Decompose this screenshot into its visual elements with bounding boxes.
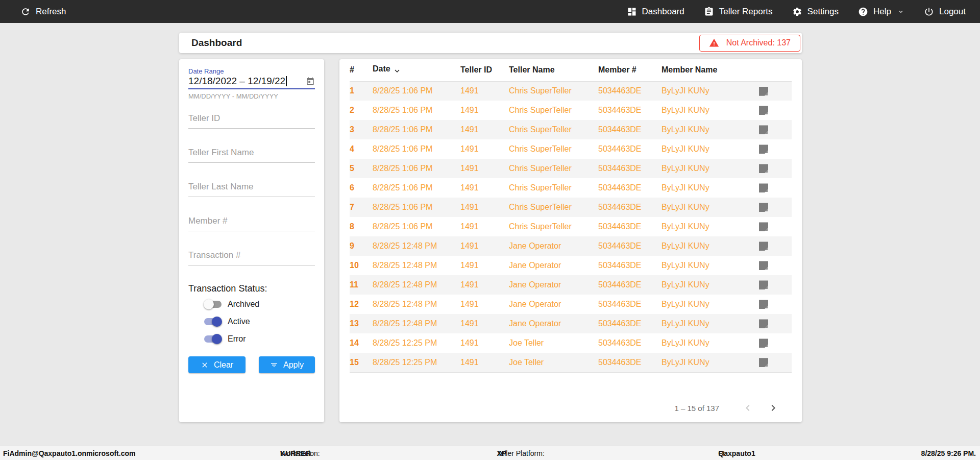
nav-settings[interactable]: Settings	[792, 7, 839, 17]
apply-button[interactable]: Apply	[259, 356, 315, 373]
cell-member-num: 5034463DE	[598, 101, 662, 120]
cell-teller-id: 1491	[460, 159, 509, 178]
cell-num: 11	[350, 275, 373, 295]
chevron-left-icon[interactable]	[742, 402, 754, 414]
table-row[interactable]: 48/28/25 1:06 PM1491Chris SuperTeller503…	[350, 139, 792, 159]
cell-teller-id: 1491	[460, 353, 509, 372]
nav-dashboard[interactable]: Dashboard	[627, 7, 684, 17]
table-row[interactable]: 58/28/25 1:06 PM1491Chris SuperTeller503…	[350, 159, 792, 178]
table-row[interactable]: 38/28/25 1:06 PM1491Chris SuperTeller503…	[350, 120, 792, 139]
table-row[interactable]: 78/28/25 1:06 PM1491Chris SuperTeller503…	[350, 198, 792, 217]
toggle-archived[interactable]	[204, 301, 222, 308]
refresh-button[interactable]: Refresh	[20, 7, 66, 17]
note-icon[interactable]	[759, 183, 768, 192]
cell-date: 8/28/25 1:06 PM	[373, 81, 460, 101]
status-platform: Teller Platform: XP	[497, 449, 506, 457]
table-row[interactable]: 88/28/25 1:06 PM1491Chris SuperTeller503…	[350, 217, 792, 236]
nav-dashboard-label: Dashboard	[642, 7, 684, 17]
col-header-member-num: Member #	[598, 59, 662, 81]
note-icon[interactable]	[759, 280, 768, 289]
table-header-row: # Date Teller ID Teller Name Member # Me…	[350, 59, 792, 81]
chevron-right-icon[interactable]	[767, 402, 779, 414]
cell-teller-id: 1491	[460, 333, 509, 353]
note-icon[interactable]	[759, 106, 768, 115]
col-header-date[interactable]: Date	[373, 59, 460, 81]
table-row[interactable]: 28/28/25 1:06 PM1491Chris SuperTeller503…	[350, 101, 792, 120]
table-row[interactable]: 158/28/25 12:25 PM1491Joe Teller5034463D…	[350, 353, 792, 372]
nav-logout[interactable]: Logout	[924, 7, 966, 17]
cell-num: 1	[350, 81, 373, 101]
not-archived-badge[interactable]: Not Archived: 137	[699, 35, 800, 52]
note-icon[interactable]	[759, 261, 768, 270]
teller-first-name-input[interactable]	[188, 147, 315, 163]
cell-teller-id: 1491	[460, 236, 509, 256]
table-row[interactable]: 108/28/25 12:48 PM1491Jane Operator50344…	[350, 256, 792, 275]
chevron-down-icon	[393, 66, 402, 75]
toggle-active[interactable]	[204, 318, 222, 325]
nav-logout-label: Logout	[939, 7, 966, 17]
note-icon[interactable]	[759, 338, 768, 348]
cell-num: 5	[350, 159, 373, 178]
date-range-field[interactable]: 12/18/2022 – 12/19/22	[188, 75, 315, 87]
nav-settings-label: Settings	[807, 7, 839, 17]
clear-button-label: Clear	[214, 360, 233, 370]
table-row[interactable]: 18/28/25 1:06 PM1491Chris SuperTeller503…	[350, 81, 792, 101]
cell-actions	[742, 139, 792, 159]
cell-teller-name: Chris SuperTeller	[509, 120, 598, 139]
cell-teller-name: Chris SuperTeller	[509, 217, 598, 236]
nav-teller-reports[interactable]: Teller Reports	[704, 7, 773, 17]
cell-actions	[742, 275, 792, 295]
table-row[interactable]: 138/28/25 12:48 PM1491Jane Operator50344…	[350, 314, 792, 333]
nav-help[interactable]: Help	[858, 7, 904, 17]
cell-actions	[742, 81, 792, 101]
cell-actions	[742, 178, 792, 198]
note-icon[interactable]	[759, 87, 768, 96]
cell-date: 8/28/25 12:48 PM	[373, 295, 460, 314]
teller-id-input[interactable]	[188, 112, 315, 129]
cell-member-name: ByLyJI KUNy	[662, 101, 742, 120]
pagination: 1 – 15 of 137	[674, 402, 779, 414]
table-row[interactable]: 128/28/25 12:48 PM1491Jane Operator50344…	[350, 295, 792, 314]
cell-teller-id: 1491	[460, 101, 509, 120]
toggle-knob	[212, 334, 222, 344]
member-number-input[interactable]	[188, 215, 315, 231]
note-icon[interactable]	[759, 203, 768, 212]
calendar-icon[interactable]	[306, 77, 315, 86]
cell-num: 12	[350, 295, 373, 314]
note-icon[interactable]	[759, 164, 768, 173]
note-icon[interactable]	[759, 125, 768, 134]
results-panel: # Date Teller ID Teller Name Member # Me…	[339, 59, 802, 422]
toggle-error[interactable]	[204, 335, 222, 343]
table-row[interactable]: 68/28/25 1:06 PM1491Chris SuperTeller503…	[350, 178, 792, 198]
cell-teller-name: Jane Operator	[509, 295, 598, 314]
cell-num: 2	[350, 101, 373, 120]
cell-teller-id: 1491	[460, 275, 509, 295]
teller-last-name-input[interactable]	[188, 181, 315, 197]
table-row[interactable]: 98/28/25 12:48 PM1491Jane Operator503446…	[350, 236, 792, 256]
cell-num: 9	[350, 236, 373, 256]
note-icon[interactable]	[759, 144, 768, 154]
toggle-label: Error	[228, 334, 246, 344]
cell-date: 8/28/25 12:48 PM	[373, 236, 460, 256]
table-row[interactable]: 118/28/25 12:48 PM1491Jane Operator50344…	[350, 275, 792, 295]
note-icon[interactable]	[759, 319, 768, 328]
cell-member-name: ByLyJI KUNy	[662, 178, 742, 198]
cell-num: 3	[350, 120, 373, 139]
cell-date: 8/28/25 12:48 PM	[373, 256, 460, 275]
cell-date: 8/28/25 1:06 PM	[373, 178, 460, 198]
note-icon[interactable]	[759, 300, 768, 309]
close-icon	[201, 361, 209, 369]
cell-num: 10	[350, 256, 373, 275]
transaction-number-input[interactable]	[188, 249, 315, 265]
cell-num: 6	[350, 178, 373, 198]
cell-member-num: 5034463DE	[598, 139, 662, 159]
table-row[interactable]: 148/28/25 12:25 PM1491Joe Teller5034463D…	[350, 333, 792, 353]
note-icon[interactable]	[759, 241, 768, 251]
cell-member-num: 5034463DE	[598, 217, 662, 236]
note-icon[interactable]	[759, 222, 768, 231]
not-archived-badge-label: Not Archived: 137	[726, 38, 791, 47]
cell-member-num: 5034463DE	[598, 198, 662, 217]
cell-actions	[742, 159, 792, 178]
note-icon[interactable]	[759, 358, 768, 367]
clear-button[interactable]: Clear	[188, 356, 246, 373]
